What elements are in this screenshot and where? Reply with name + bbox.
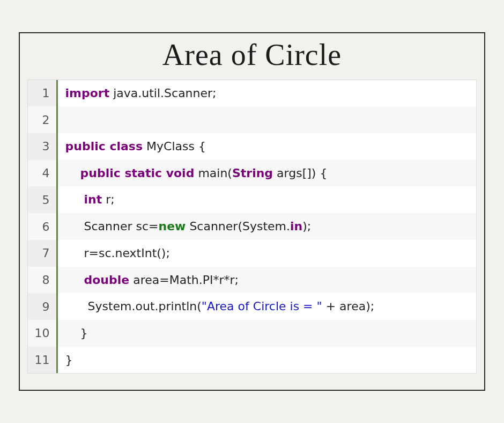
code-token: System.out.println( xyxy=(65,300,202,313)
code-token: + area); xyxy=(322,300,374,313)
code-line: 5 int r; xyxy=(28,186,476,213)
code-token: import xyxy=(65,86,110,100)
code-token: new xyxy=(158,220,186,233)
code-line: 7 r=sc.nextInt(); xyxy=(28,240,476,267)
code-token: String xyxy=(232,166,273,180)
line-number: 6 xyxy=(28,213,57,240)
line-number: 3 xyxy=(28,133,57,160)
code-line: 9 System.out.println("Area of Circle is … xyxy=(28,293,476,320)
code-token xyxy=(65,193,84,206)
code-content: } xyxy=(57,320,476,347)
code-token xyxy=(65,273,84,287)
code-token: public static void xyxy=(80,166,194,180)
line-number: 11 xyxy=(28,347,57,374)
code-content: System.out.println("Area of Circle is = … xyxy=(57,293,476,320)
code-token: int xyxy=(84,193,102,206)
code-token: args[]) { xyxy=(273,166,327,180)
code-token xyxy=(65,166,80,180)
code-line: 6 Scanner sc=new Scanner(System.in); xyxy=(28,213,476,240)
code-token: area=Math.PI*r*r; xyxy=(129,273,239,287)
line-number: 4 xyxy=(28,160,57,187)
line-number: 5 xyxy=(28,186,57,213)
code-token: "Area of Circle is = " xyxy=(202,300,322,313)
code-token: } xyxy=(65,353,73,367)
code-line: 1import java.util.Scanner; xyxy=(28,80,476,107)
line-number: 2 xyxy=(28,106,57,133)
code-token: r; xyxy=(102,193,114,206)
code-token: in xyxy=(290,220,302,233)
code-line: 10 } xyxy=(28,320,476,347)
code-table: 1import java.util.Scanner;2 3public clas… xyxy=(28,80,476,374)
code-content xyxy=(57,106,476,133)
code-token: ); xyxy=(302,220,311,233)
page-title: Area of Circle xyxy=(162,38,342,71)
code-token: r=sc.nextInt(); xyxy=(65,246,170,260)
code-content: import java.util.Scanner; xyxy=(57,80,476,107)
code-line: 2 xyxy=(28,106,476,133)
code-line: 3public class MyClass { xyxy=(28,133,476,160)
title-bar: Area of Circle xyxy=(20,33,484,79)
code-token: double xyxy=(84,273,129,287)
code-card: 1import java.util.Scanner;2 3public clas… xyxy=(27,79,477,374)
code-token: MyClass { xyxy=(143,140,206,153)
code-token: public class xyxy=(65,140,143,153)
code-token: Scanner sc= xyxy=(65,220,159,233)
code-line: 8 double area=Math.PI*r*r; xyxy=(28,267,476,294)
document-frame: Area of Circle 1import java.util.Scanner… xyxy=(19,32,485,391)
code-content: } xyxy=(57,347,476,374)
code-token: java.util.Scanner; xyxy=(109,86,216,100)
code-content: public class MyClass { xyxy=(57,133,476,160)
code-content: int r; xyxy=(57,186,476,213)
code-line: 4 public static void main(String args[])… xyxy=(28,160,476,187)
line-number: 8 xyxy=(28,267,57,294)
code-content: public static void main(String args[]) { xyxy=(57,160,476,187)
code-content: double area=Math.PI*r*r; xyxy=(57,267,476,294)
code-line: 11} xyxy=(28,347,476,374)
code-token: main( xyxy=(194,166,232,180)
line-number: 7 xyxy=(28,240,57,267)
code-token: Scanner(System. xyxy=(186,220,290,233)
line-number: 1 xyxy=(28,80,57,107)
code-token: } xyxy=(65,326,88,340)
code-content: r=sc.nextInt(); xyxy=(57,240,476,267)
line-number: 10 xyxy=(28,320,57,347)
code-content: Scanner sc=new Scanner(System.in); xyxy=(57,213,476,240)
line-number: 9 xyxy=(28,293,57,320)
